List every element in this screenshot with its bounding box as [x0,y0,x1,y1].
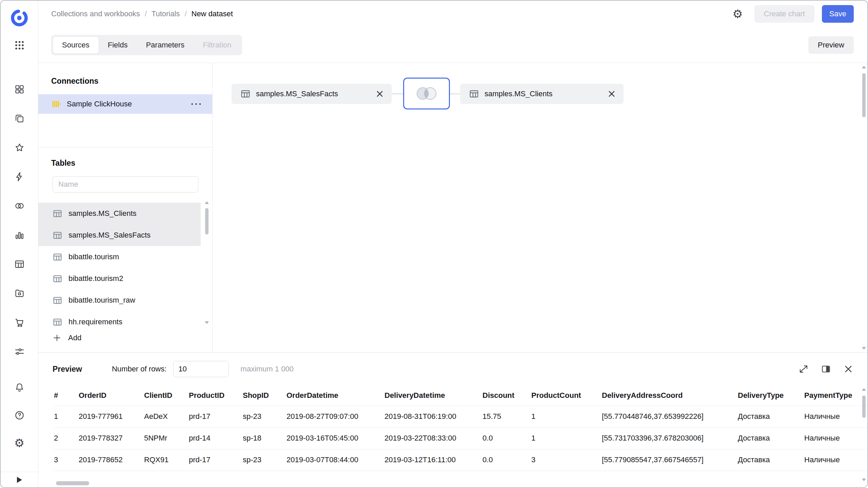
table-cell: 2019-03-12T16:11:00 [384,449,482,471]
breadcrumb-collections[interactable]: Collections and workbooks [51,9,140,18]
scrollbar-thumb[interactable] [205,208,209,235]
table-name: samples.MS_SalesFacts [68,231,151,240]
breadcrumb-tutorials[interactable]: Tutorials [152,9,180,18]
table-icon [53,209,62,219]
close-preview-icon[interactable] [842,363,854,375]
help-question-icon[interactable] [12,408,26,422]
settings-gear-icon-rail[interactable]: ⚙ [12,436,26,450]
rows-count-input[interactable] [173,361,229,377]
workbooks-layers-icon[interactable] [12,111,26,125]
apps-grid-icon[interactable] [12,38,26,52]
table-row: 22019-7783275NPMrprd-14sp-182019-03-16T0… [54,427,867,449]
services-sliders-icon[interactable] [12,344,26,359]
left-rail: ⚙ [1,1,38,487]
scroll-down-arrow[interactable] [862,347,866,350]
table-cell: 2019-08-31T06:19:00 [384,406,482,427]
tab-sources[interactable]: Sources [53,37,99,54]
scrollbar-thumb[interactable] [862,395,866,418]
table-list-item[interactable]: samples.MS_Clients [38,203,201,224]
scrollbar-thumb[interactable] [862,73,866,117]
tables-grid-icon[interactable] [12,257,26,271]
column-header: ProductID [189,385,243,406]
save-button[interactable]: Save [822,5,854,23]
rail-bottom-group: ⚙ [12,380,26,450]
datalens-logo-icon[interactable] [7,5,32,30]
column-header: DeliveryDatetime [384,385,482,406]
table-search-input[interactable] [53,176,198,192]
top-header: Collections and workbooks / Tutorials / … [38,1,867,27]
relations-rings-icon[interactable] [12,199,26,213]
join-connector-line [450,94,460,94]
table-list-item[interactable]: bibattle.tourism [38,246,201,268]
table-name: bibattle.tourism [68,252,119,261]
rows-count-label: Number of rows: [112,365,166,373]
table-cell: 0.0 [482,427,531,449]
breadcrumb-separator: / [145,9,147,18]
table-cell: sp-18 [243,427,287,449]
main-area: Collections and workbooks / Tutorials / … [38,1,867,487]
connection-menu-button[interactable]: ··· [191,99,203,109]
column-header: PaymentType [804,385,867,406]
dataset-settings-gear-icon[interactable]: ⚙ [732,8,743,20]
table-cell: AeDeX [144,406,189,427]
inner-join-venn-icon [413,85,440,102]
tab-fields[interactable]: Fields [99,37,137,54]
breadcrumb-separator: / [184,9,186,18]
create-chart-button[interactable]: Create chart [754,5,814,23]
join-node[interactable] [403,78,450,109]
table-cell: RQX91 [144,449,189,471]
table-cell: sp-23 [243,406,287,427]
table-icon [469,89,479,99]
table-list-item[interactable]: hh.requirements [38,311,201,333]
tab-parameters[interactable]: Parameters [137,37,194,54]
dashboards-grid-icon[interactable] [12,82,26,96]
table-cell: Доставка [738,427,804,449]
table-cell: [55.770448746,37.653992226] [602,406,738,427]
add-table-button[interactable]: Add [53,333,81,342]
scroll-down-arrow[interactable] [862,479,866,481]
table-cell: 1 [531,427,602,449]
panel-divider [38,147,212,147]
table-cell: 2019-778327 [79,427,144,449]
column-header: ProductCount [531,385,602,406]
rows-max-hint: maximum 1 000 [240,365,294,373]
scrollbar-thumb[interactable] [56,481,89,485]
marketplace-cart-icon[interactable] [12,315,26,329]
lightning-icon[interactable] [12,169,26,184]
scroll-up-arrow[interactable] [205,201,209,204]
table-cell: 1 [54,406,79,427]
table-cell: 0.0 [482,449,531,471]
column-header: OrderID [79,385,144,406]
clickhouse-icon [51,99,61,109]
scroll-up-arrow[interactable] [862,66,866,68]
storage-folder-icon[interactable] [12,286,26,300]
table-name: bibattle.tourism_raw [68,296,135,305]
scroll-down-arrow[interactable] [205,321,209,324]
table-row: 32019-778652RQX91prd-17sp-232019-03-07T0… [54,449,867,471]
console-toggle[interactable] [1,472,38,487]
connection-item-sample-clickhouse[interactable]: Sample ClickHouse ··· [38,94,212,114]
table-cell: 3 [54,449,79,471]
table-list-item[interactable]: bibattle.tourism2 [38,268,201,289]
dataset-tabs: Sources Fields Parameters Filtration [51,35,242,55]
column-header: Discount [482,385,531,406]
split-view-icon[interactable] [820,363,832,375]
favorites-star-icon[interactable] [12,140,26,155]
scroll-up-arrow[interactable] [862,388,866,391]
table-icon [53,296,62,305]
remove-source-icon[interactable] [377,91,383,97]
table-icon [53,317,62,327]
table-list-item[interactable]: samples.MS_SalesFacts [38,224,201,246]
notifications-bell-icon[interactable] [12,380,26,394]
source-chip-salesfacts[interactable]: samples.MS_SalesFacts [232,84,392,104]
header-actions: ⚙ Create chart Save [732,5,854,23]
charts-bars-icon[interactable] [12,228,26,242]
table-list-item[interactable]: bibattle.tourism_raw [38,289,201,311]
table-cell: 2019-08-27T09:07:00 [287,406,384,427]
expand-preview-icon[interactable] [797,363,810,375]
breadcrumb-current: New dataset [192,9,233,18]
remove-source-icon[interactable] [609,91,615,97]
source-chip-clients[interactable]: samples.MS_Clients [460,84,624,104]
table-cell: 2019-777961 [79,406,144,427]
preview-toggle-button[interactable]: Preview [808,36,854,54]
